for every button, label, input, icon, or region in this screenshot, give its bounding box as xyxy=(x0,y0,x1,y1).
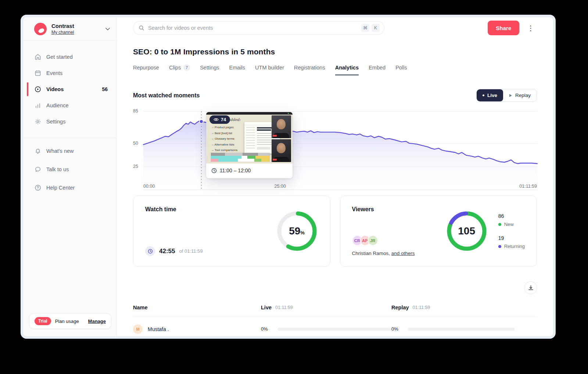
main-content: ⌘ K Share ⋮ SEO: 0 to 1M Impressions in … xyxy=(117,17,553,336)
watched-moments-chart[interactable]: 255085 Then we added: → Product pages → … xyxy=(133,111,537,180)
download-icon xyxy=(528,285,534,291)
new-dot-icon xyxy=(498,223,501,226)
sidebar: Contrast My channel Get started Events xyxy=(23,17,117,336)
watch-time-value: 42:55 xyxy=(159,248,175,255)
search-input[interactable] xyxy=(148,25,361,31)
viewers-title: Viewers xyxy=(352,206,445,213)
sidebar-item-get-started[interactable]: Get started xyxy=(23,49,116,65)
tab-settings[interactable]: Settings xyxy=(200,65,219,75)
section-header: Most watched moments Live Replay xyxy=(133,89,537,102)
my-channel-link[interactable]: My channel xyxy=(51,30,105,35)
tab-embed[interactable]: Embed xyxy=(369,65,386,75)
sidebar-secondary-nav: What's new Talk to us Help Center xyxy=(23,142,116,197)
moment-tooltip[interactable]: Then we added: → Product pages → Best [t… xyxy=(206,112,293,178)
avatar: JR xyxy=(368,235,378,246)
viewer-names: Christian Ramos, and others xyxy=(352,251,445,256)
videos-count: 56 xyxy=(102,86,108,92)
tab-repurpose[interactable]: Repurpose xyxy=(133,65,159,75)
table-row[interactable]: M Mustafa . 0% 0% xyxy=(133,322,537,336)
sidebar-item-events[interactable]: Events xyxy=(23,65,116,81)
returning-viewers-value: 19 xyxy=(498,235,525,241)
new-label: New xyxy=(504,222,514,227)
live-duration: 01:11:59 xyxy=(275,305,293,310)
calendar-icon xyxy=(34,70,41,77)
live-progress-bar xyxy=(277,328,391,331)
sidebar-item-label: Events xyxy=(46,70,62,76)
contrast-logo-icon xyxy=(34,23,47,35)
chat-icon xyxy=(34,166,41,173)
viewers-total: 105 xyxy=(458,225,475,237)
trial-badge: Trial xyxy=(35,317,51,325)
slide-spreadsheet xyxy=(211,153,270,162)
play-circle-icon xyxy=(34,86,41,93)
viewer-name: Mustafa . xyxy=(148,326,169,332)
sidebar-item-label: What's new xyxy=(46,148,74,154)
sidebar-item-talk-to-us[interactable]: Talk to us xyxy=(23,160,116,179)
topbar: ⌘ K Share ⋮ xyxy=(133,21,537,35)
toggle-live-button[interactable]: Live xyxy=(477,89,503,101)
replay-progress-bar xyxy=(408,328,515,331)
sidebar-nav: Get started Events Videos 56 Audience xyxy=(23,49,116,130)
tab-emails[interactable]: Emails xyxy=(229,65,245,75)
sidebar-item-label: Help Center xyxy=(46,185,75,191)
viewers-legend: 86 New 19 Returning xyxy=(498,213,525,249)
sidebar-divider xyxy=(23,138,116,138)
search-icon xyxy=(139,25,144,31)
toggle-replay-button[interactable]: Replay xyxy=(503,89,537,101)
live-dot-icon xyxy=(483,94,484,96)
clock-icon xyxy=(211,168,217,173)
section-title: Most watched moments xyxy=(133,92,200,99)
share-button[interactable]: Share xyxy=(488,21,519,35)
sidebar-item-label: Videos xyxy=(46,86,64,92)
watch-time-card: Watch time 42:55 of 01:11:59 59 % xyxy=(133,195,330,267)
channel-switcher[interactable]: Contrast My channel xyxy=(23,17,116,41)
clock-icon xyxy=(145,246,155,256)
plan-usage-label: Plan usage xyxy=(55,319,79,324)
views-badge: 74 xyxy=(209,115,230,124)
bell-icon xyxy=(34,148,41,155)
tab-registrations[interactable]: Registrations xyxy=(294,65,325,75)
replay-duration: 01:11:59 xyxy=(413,305,430,310)
brand-name: Contrast xyxy=(51,23,105,29)
table-header: Name Live 01:11:59 Replay 01:11:59 xyxy=(133,304,537,317)
watch-time-percent: 59 xyxy=(289,225,300,237)
bar-chart-icon xyxy=(34,102,41,109)
gear-icon xyxy=(34,118,41,125)
download-button[interactable] xyxy=(524,281,537,294)
sidebar-item-help-center[interactable]: Help Center xyxy=(23,179,116,197)
tab-clips[interactable]: Clips7 xyxy=(169,64,190,76)
new-viewers-value: 86 xyxy=(498,213,525,219)
sidebar-item-whats-new[interactable]: What's new xyxy=(23,142,116,160)
returning-label: Returning xyxy=(504,244,525,249)
replay-percent: 0% xyxy=(391,326,408,332)
webcam-feed-top xyxy=(272,115,291,138)
tab-utm-builder[interactable]: UTM builder xyxy=(255,65,284,75)
play-icon xyxy=(509,94,512,97)
tab-analytics[interactable]: Analytics xyxy=(335,65,359,75)
returning-dot-icon xyxy=(498,245,501,248)
manage-link[interactable]: Manage xyxy=(88,319,106,324)
slide-bullets: → Product pages → Best [tool] list → Glo… xyxy=(211,125,237,153)
sidebar-item-audience[interactable]: Audience xyxy=(23,97,116,114)
kebab-menu-icon[interactable]: ⋮ xyxy=(524,22,537,34)
sidebar-item-settings[interactable]: Settings xyxy=(23,114,116,130)
search-bar[interactable]: ⌘ K xyxy=(133,21,384,35)
area-chart xyxy=(143,111,537,190)
viewers-ring: 105 xyxy=(445,210,488,252)
live-replay-toggle: Live Replay xyxy=(476,89,537,102)
sidebar-item-label: Settings xyxy=(46,119,65,125)
viewers-card: Viewers CR AP JR Christian Ramos, and ot… xyxy=(340,195,537,267)
sidebar-item-videos[interactable]: Videos 56 xyxy=(23,81,116,97)
tab-polls[interactable]: Polls xyxy=(395,65,407,75)
sidebar-item-label: Talk to us xyxy=(46,166,69,172)
eye-icon xyxy=(214,118,219,122)
name-header: Name xyxy=(133,305,148,310)
viewer-avatars[interactable]: CR AP JR xyxy=(352,235,445,246)
live-header: Live xyxy=(261,305,272,310)
moment-thumbnail: Then we added: → Product pages → Best [t… xyxy=(206,112,293,163)
watch-time-title: Watch time xyxy=(145,206,276,213)
x-axis-labels: 00:0025:0001:11:59 xyxy=(133,184,537,190)
and-others-link[interactable]: and others xyxy=(391,251,415,256)
app-window: Contrast My channel Get started Events xyxy=(21,15,556,339)
sidebar-item-label: Get started xyxy=(46,54,73,60)
